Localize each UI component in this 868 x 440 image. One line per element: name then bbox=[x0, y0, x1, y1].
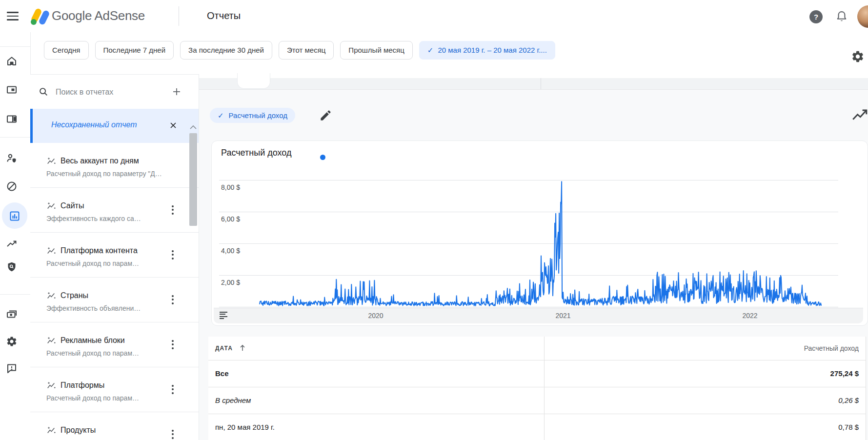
earnings-line-series bbox=[212, 141, 868, 326]
row-date-cell: пн, 20 мая 2019 г. bbox=[215, 423, 275, 431]
metric-chip-estimated-earnings[interactable]: ✓Расчетный доход bbox=[210, 108, 295, 123]
date-preset-chip[interactable]: Сегодня bbox=[44, 41, 89, 60]
date-preset-chip[interactable]: Последние 7 дней bbox=[95, 41, 174, 60]
report-insights-icon bbox=[46, 336, 56, 346]
report-search-row bbox=[30, 75, 199, 109]
feedback-icon[interactable] bbox=[6, 362, 18, 374]
table-row[interactable]: Все 275,24 $ bbox=[208, 360, 866, 387]
settings-icon[interactable] bbox=[6, 336, 18, 347]
chart-toggle-icon[interactable] bbox=[851, 108, 868, 122]
report-insights-icon bbox=[46, 426, 56, 436]
report-item-title: Платформы bbox=[61, 381, 104, 390]
report-item-title: Сайты bbox=[61, 201, 84, 210]
report-item-subtitle: Расчетный доход по параметру "Д… bbox=[46, 170, 162, 178]
date-preset-chip[interactable]: Прошлый месяц bbox=[340, 41, 412, 60]
report-item-title: Платформа контента bbox=[61, 246, 138, 255]
date-filter-bar: СегодняПоследние 7 днейЗа последние 30 д… bbox=[0, 32, 868, 68]
column-header-date[interactable]: ДАТА bbox=[215, 345, 233, 352]
report-item-subtitle: Расчетный доход по парам… bbox=[46, 349, 139, 357]
row-earnings-cell: 275,24 $ bbox=[830, 369, 859, 378]
table-row[interactable]: В среднем 0,26 $ bbox=[208, 387, 866, 414]
top-bar: Google AdSense Отчеты ? bbox=[0, 0, 868, 32]
report-insights-icon bbox=[46, 381, 56, 391]
report-insights-icon bbox=[46, 157, 56, 166]
x-tick-label: 2022 bbox=[742, 312, 757, 320]
report-item-subtitle: Расчетный доход по парам… bbox=[46, 260, 139, 267]
report-insights-icon bbox=[46, 291, 56, 301]
scrolled-chip-remnant bbox=[237, 73, 270, 89]
report-list-item[interactable]: Продукты Расчетный доход по парам… bbox=[30, 412, 199, 440]
report-list-item[interactable]: Платформа контента Расчетный доход по па… bbox=[30, 233, 199, 278]
scrolled-controls-band bbox=[199, 78, 868, 90]
report-item-title: Продукты bbox=[61, 426, 96, 435]
page-title: Отчеты bbox=[207, 10, 241, 21]
sort-ascending-icon[interactable] bbox=[239, 344, 246, 352]
table-body: Все 275,24 $ В среднем 0,26 $ пн, 20 мая… bbox=[208, 360, 866, 440]
edit-metrics-icon[interactable] bbox=[319, 109, 332, 122]
report-search-input[interactable] bbox=[55, 84, 164, 100]
search-icon bbox=[38, 86, 49, 97]
close-icon[interactable] bbox=[168, 120, 178, 130]
x-tick-label: 2021 bbox=[555, 312, 570, 320]
report-item-menu-icon[interactable] bbox=[168, 203, 177, 217]
chart-x-axis: 202020212022 bbox=[214, 308, 863, 323]
report-list-item[interactable]: Платформы Расчетный доход по парам… bbox=[30, 367, 199, 412]
unsaved-report-label: Несохраненный отчет bbox=[51, 120, 137, 129]
rail-divider bbox=[0, 46, 30, 47]
privacy-messaging-icon[interactable] bbox=[6, 152, 18, 164]
report-list-item[interactable]: Сайты Эффективность каждого са… bbox=[30, 188, 199, 233]
blocking-controls-icon[interactable] bbox=[6, 180, 18, 192]
report-item-menu-icon[interactable] bbox=[168, 383, 177, 397]
report-item-subtitle: Эффективность каждого са… bbox=[46, 215, 141, 222]
date-preset-chip[interactable]: За последние 30 дней bbox=[180, 41, 272, 60]
scroll-up-icon[interactable] bbox=[190, 122, 197, 126]
report-insights-icon bbox=[46, 201, 56, 211]
report-item-title: Рекламные блоки bbox=[61, 336, 125, 345]
check-icon: ✓ bbox=[427, 46, 434, 54]
check-icon: ✓ bbox=[218, 111, 224, 120]
column-header-earnings[interactable]: Расчетный доход bbox=[804, 344, 859, 352]
x-tick-label: 2020 bbox=[368, 312, 383, 320]
menu-icon[interactable] bbox=[7, 12, 19, 20]
date-preset-chip[interactable]: Этот месяц bbox=[279, 41, 334, 60]
sites-icon[interactable] bbox=[6, 113, 18, 125]
panel-scrollbar[interactable] bbox=[189, 133, 197, 226]
reports-icon[interactable] bbox=[9, 210, 20, 222]
add-report-icon[interactable] bbox=[171, 86, 182, 98]
chart-menu-icon[interactable] bbox=[220, 312, 228, 320]
report-item-subtitle: Эффективность объявлени… bbox=[46, 304, 141, 312]
avatar[interactable] bbox=[857, 5, 868, 28]
help-icon[interactable]: ? bbox=[809, 10, 823, 23]
brand-title: Google AdSense bbox=[52, 8, 145, 23]
ads-icon[interactable] bbox=[6, 84, 18, 96]
date-filter-chips: СегодняПоследние 7 днейЗа последние 30 д… bbox=[44, 41, 555, 60]
row-earnings-cell: 0,26 $ bbox=[838, 396, 859, 404]
policy-center-icon[interactable] bbox=[6, 261, 18, 273]
table-row[interactable]: пн, 20 мая 2019 г. 0,78 $ bbox=[208, 414, 866, 440]
unsaved-report-item[interactable]: Несохраненный отчет bbox=[30, 109, 199, 143]
report-list-item[interactable]: Рекламные блоки Расчетный доход по парам… bbox=[30, 322, 199, 367]
report-item-menu-icon[interactable] bbox=[168, 338, 177, 352]
notifications-icon[interactable] bbox=[835, 10, 848, 23]
report-insights-icon bbox=[46, 246, 56, 256]
adsense-app: Google AdSense Отчеты ? СегодняПоследние… bbox=[0, 0, 868, 440]
report-item-menu-icon[interactable] bbox=[168, 428, 177, 440]
rail-divider bbox=[0, 137, 30, 138]
header-divider bbox=[179, 6, 179, 26]
row-date-cell: Все bbox=[215, 369, 229, 378]
report-item-title: Страны bbox=[61, 291, 88, 300]
report-item-menu-icon[interactable] bbox=[168, 248, 177, 262]
table-header-row: ДАТА Расчетный доход bbox=[208, 337, 866, 360]
report-list-item[interactable]: Весь аккаунт по дням Расчетный доход по … bbox=[30, 143, 199, 188]
report-item-menu-icon[interactable] bbox=[168, 293, 177, 307]
optimization-icon[interactable] bbox=[6, 238, 18, 250]
selected-indicator bbox=[30, 109, 33, 143]
report-list-item[interactable]: Страны Эффективность объявлени… bbox=[30, 278, 199, 322]
home-icon[interactable] bbox=[6, 55, 18, 67]
gear-icon[interactable] bbox=[851, 50, 865, 63]
row-date-cell: В среднем bbox=[215, 396, 251, 404]
payments-icon[interactable] bbox=[6, 309, 18, 320]
column-divider bbox=[544, 337, 545, 440]
report-list: Весь аккаунт по дням Расчетный доход по … bbox=[30, 143, 199, 440]
date-range-chip-selected[interactable]: ✓20 мая 2019 г. – 20 мая 2022 г.... bbox=[419, 41, 555, 60]
